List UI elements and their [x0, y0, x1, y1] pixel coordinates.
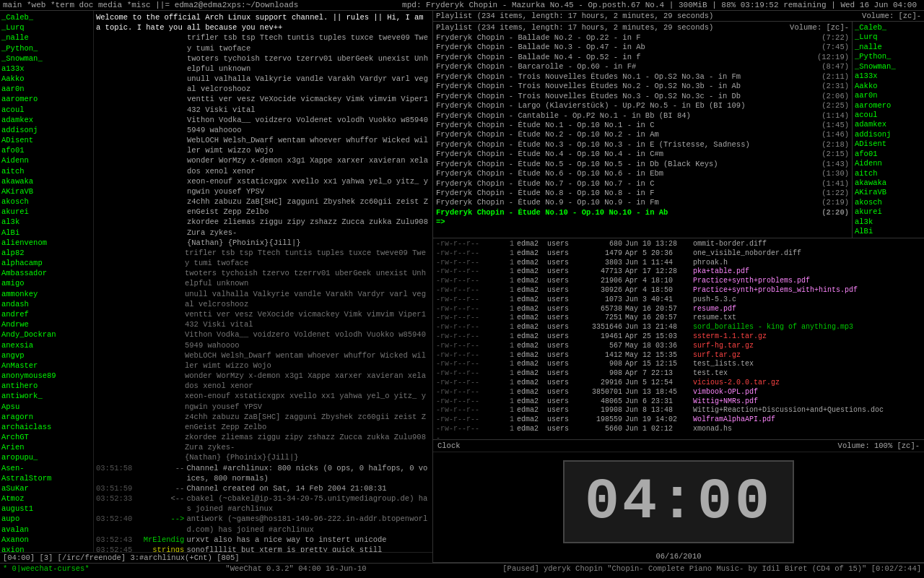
chat-welcome: Welcome to the official Arch Linux suppo…: [96, 12, 430, 33]
nick-item: andash: [1, 299, 92, 309]
chat-line: wonder WorMzy x-demon x3g1 Xappe xarxer …: [96, 371, 430, 391]
menu-left[interactable]: main *web *term doc media *misc ||= edma…: [3, 1, 298, 9]
nick-item: aSuKar: [1, 483, 92, 493]
weechat-center: "WeeChat 0.3.2" 04:00 16-Jun-10: [225, 564, 366, 573]
file-item: -rw-r--r--1edma2users47713Apr 17 12:28pk…: [436, 267, 921, 277]
file-item: -rw-r--r--1edma2users30926Apr 4 18:50Pra…: [436, 286, 921, 296]
file-panel: -rw-r--r--1edma2users680Jun 10 13:28ommi…: [433, 238, 924, 440]
playlist-item: Fryderyk Chopin - Ballade No.2 - Op.22 -…: [436, 33, 849, 43]
file-item: -rw-r--r--1edma2users908Apr 15 12:15test…: [436, 360, 921, 369]
weechat-left: * 0|weechat-curses*: [3, 564, 90, 573]
nick-item: afo01: [1, 145, 92, 155]
menu-right: mpd: Fryderyk Chopin - Mazurka No.45 - O…: [402, 1, 917, 9]
file-item: -rw-r--r--1edma2users19908Jun 8 13:48Wit…: [436, 406, 921, 415]
nick-item: addisonj: [1, 125, 92, 135]
file-item: -rw-r--r--1edma2users567May 18 03:36surf…: [436, 342, 921, 351]
chat-line: zkordee zliemas ziggu zipy zshazz Zucca …: [96, 217, 430, 237]
nick-item: aropupu_: [1, 452, 92, 462]
nick-item: _Lurq: [1, 22, 92, 33]
playlist-item: Fryderyk Chopin - Cantabile - Op.P2 No.1…: [436, 111, 849, 121]
nick-item: Ambassador: [1, 268, 92, 278]
playlist-item: Fryderyk Chopin - Étude No.5 - Op.10 No.…: [436, 160, 849, 169]
chat-line: z4chh zabuzu ZaB[SHC] zagguni Zbyshek zc…: [96, 197, 430, 217]
nick-item: Apsu: [1, 402, 92, 412]
playlist-item: Fryderyk Chopin - Largo (Klavierstück) -…: [436, 101, 849, 111]
channel-nick-item: AlBi: [855, 227, 922, 236]
channel-nick-item: Aidenn: [855, 159, 922, 168]
file-item: -rw-r--r--1edma2users21906Apr 4 18:10Pra…: [436, 277, 921, 286]
nick-item: antihero: [1, 381, 92, 391]
channel-nick-item: alienvenom: [855, 237, 922, 238]
playlist-item: Fryderyk Chopin - Trois Nouvelles Études…: [436, 82, 849, 91]
nick-item: angvp: [1, 350, 92, 361]
nick-item: ADisent: [1, 135, 92, 145]
channel-nick-item: _nalle: [855, 43, 922, 52]
channel-nick-item: aaromero: [855, 101, 922, 111]
chat-line: xeon-enouf xstaticxgpx xvello xx1 yahwa …: [96, 176, 430, 197]
playlist-item: =>: [436, 217, 849, 227]
nick-item: alp82: [1, 248, 92, 258]
playlist-item: Fryderyk Chopin - Étude No.4 - Op.10 No.…: [436, 150, 849, 159]
playlist-item: Fryderyk Chopin - Étude No.6 - Op.10 No.…: [436, 169, 849, 178]
input-bar: [04:00] [3] [/irc/freenode] 3:#archlinux…: [0, 552, 432, 563]
nick-item: AlBi: [1, 228, 92, 238]
nick-item: Atmoz: [1, 493, 92, 504]
chat-line: 03:51:58--Channel #archlinux: 800 nicks …: [96, 463, 430, 483]
channel-nick-item: _Caleb_: [855, 23, 922, 33]
nick-item: Aidenn: [1, 155, 92, 165]
chat-line: WebLOCH Welsh_Dwarf wentam whoever whuff…: [96, 350, 430, 371]
nick-item: Andrwe: [1, 319, 92, 329]
nick-item: ArchGT: [1, 432, 92, 442]
nick-item: Aakko: [1, 74, 92, 84]
nick-item: AnMaster: [1, 361, 92, 371]
chat-line: WebLOCH Welsh_Dwarf wentam whoever whuff…: [96, 135, 430, 155]
playlist-item: Fryderyk Chopin - Étude No.10 - Op.10 No…: [436, 208, 849, 217]
channel-nick-item: Aakko: [855, 82, 922, 91]
file-item: -rw-r--r--1edma2users5660Jun 1 02:12xmon…: [436, 425, 921, 434]
chat-line: zkordee zliemas ziggu zipy zshazz Zucca …: [96, 432, 430, 452]
file-item: -rw-r--r--1edma2users65738May 16 20:57re…: [436, 305, 921, 314]
chat-line: twoters tychoish tzervo tzerrv01 uberGee…: [96, 53, 430, 74]
file-item: -rw-r--r--1edma2users3850701Jun 13 18:45…: [436, 388, 921, 397]
channel-nick-item: AKiraVB: [855, 188, 922, 197]
playlist-panel: Playlist (234 items, length: 17 hours, 2…: [433, 22, 852, 238]
channel-nicks-right: _Caleb__Lurq_nalle_Python__Snowman_a133x…: [852, 22, 924, 238]
nick-item: anonymouse89: [1, 371, 92, 381]
file-item: -rw-r--r--1edma2users1073Jun 3 40:41push…: [436, 296, 921, 305]
nick-item: aupo: [1, 514, 92, 524]
nick-item: _nalle: [1, 33, 92, 43]
channel-nick-item: aar0n: [855, 91, 922, 100]
channel-nick-item: adamkex: [855, 120, 922, 129]
playlist-item: Fryderyk Chopin - Ballade No.3 - Op.47 -…: [436, 43, 849, 52]
chat-line: {Nathan} {Phoinix}{Jill|}: [96, 452, 430, 462]
nick-item: andref: [1, 309, 92, 319]
channel-nick-item: ADisent: [855, 139, 922, 149]
channel-nick-item: akawaka: [855, 178, 922, 188]
chat-line: 03:51:59--Channel created on Sat, 14 Feb…: [96, 483, 430, 493]
nick-item: AKiraVB: [1, 186, 92, 197]
file-item: -rw-r--r--1edma2users19461Apr 25 15:03ss…: [436, 332, 921, 342]
chat-line: ventti ver vesz VeXocide vicmackey Vimk …: [96, 94, 430, 114]
file-item: -rw-r--r--1edma2users198559Jun 19 14:02W…: [436, 415, 921, 425]
nick-item: acoul: [1, 105, 92, 115]
nick-item: a133x: [1, 64, 92, 74]
chat-line: unull valhalla Valkyrie vandle Varakh Va…: [96, 74, 430, 94]
nick-item: antiwork_: [1, 391, 92, 401]
nick-item: _Python_: [1, 43, 92, 53]
chat-line: 03:52:43MrElendigurxvt also has a nice w…: [96, 535, 430, 545]
nick-item: axion: [1, 545, 92, 552]
chat-messages: Welcome to the official Arch Linux suppo…: [94, 11, 432, 552]
chat-line: twoters tychoish tzervo tzerrv01 uberGee…: [96, 268, 430, 288]
clock-time: 04:00: [563, 460, 794, 543]
playlist-item: Fryderyk Chopin - Étude No.8 - Op.10 No.…: [436, 189, 849, 198]
nick-list: _Caleb__Lurq_nalle_Python__Snowman_a133x…: [0, 11, 94, 552]
playlist-item: Fryderyk Chopin - Trois Nouvelles Études…: [436, 72, 849, 82]
chat-line: trifler tsb tsp Ttech tuntis tuples tuxc…: [96, 33, 430, 53]
channel-nick-item: addisonj: [855, 130, 922, 139]
nick-item: august1: [1, 504, 92, 514]
channel-nick-item: _Snowman_: [855, 62, 922, 72]
nick-item: Asen-: [1, 463, 92, 473]
nick-item: akosch: [1, 197, 92, 207]
nick-item: aragorn: [1, 412, 92, 422]
chat-line: 03:52:40-->antiwork (~games@hos181-149-9…: [96, 514, 430, 534]
